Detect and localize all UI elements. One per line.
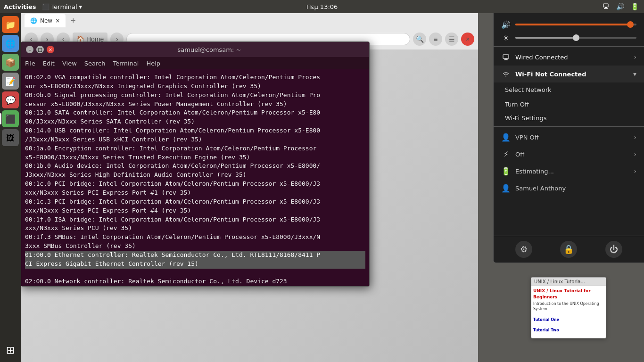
svg-rect-1 (605, 7, 607, 8)
power-button[interactable]: ⏻ (605, 241, 622, 258)
wifi-chevron-icon: ▾ (633, 70, 636, 78)
terminal-line-highlighted-2: CI Express Gigabit Ethernet Controller (… (25, 260, 365, 269)
topbar-left: Activities ⬛ Terminal ▾ (4, 3, 82, 10)
volume-slider[interactable] (515, 24, 636, 25)
vpn-label: VPN Off (515, 134, 629, 141)
thumb-line2: Tutorial One (533, 317, 604, 322)
select-network-item[interactable]: Select Network (494, 82, 644, 97)
chevron-down-icon: ▾ (79, 3, 83, 10)
menu-button[interactable]: ☰ (445, 33, 458, 46)
thumb-subtitle: Introduction to the UNIX Operating Syste… (533, 301, 604, 312)
apps-grid-icon: ⊞ (6, 344, 15, 356)
browser-icon: 🌐 (5, 39, 16, 49)
bt-chevron-icon: › (634, 150, 636, 158)
bookmark-button[interactable]: ≡ (429, 33, 442, 46)
tab-label: New (40, 17, 52, 24)
battery-icon: 🔋 (501, 166, 511, 176)
browser-tab-item[interactable]: 🌐 New × (25, 14, 66, 27)
user-row: 👤 Samuel Anthony (494, 180, 644, 197)
images-icon: 🖼 (6, 133, 15, 143)
volume-fill (515, 24, 630, 25)
dock-icon-5[interactable]: ⬛ (2, 110, 19, 127)
brightness-thumb[interactable] (573, 34, 579, 41)
bluetooth-label: Off (515, 151, 629, 158)
wifi-row[interactable]: Wi-Fi Not Connected ▾ (494, 66, 644, 82)
thumb-heading: UNIX / Linux Tutorial for Beginners (533, 288, 604, 300)
svg-rect-3 (503, 55, 509, 58)
window-controls: – □ × (26, 46, 54, 53)
dock-icon-4[interactable]: 💬 (2, 91, 19, 108)
panel-bottom-buttons: ⚙ 🔒 ⏻ (494, 236, 644, 263)
terminal-menubar: File Edit View Search Terminal Help (21, 57, 369, 69)
power-chevron-icon: › (634, 167, 636, 175)
wired-icon (501, 52, 511, 62)
wired-network-row[interactable]: Wired Connected › (494, 49, 644, 66)
dock: 📁 🌐 📦 📝 💬 ⬛ 🖼 ⊞ (0, 13, 21, 362)
divider-1 (494, 46, 644, 47)
thumbnail-preview[interactable]: UNIX / Linux Tutoria... UNIX / Linux Tut… (531, 277, 606, 338)
terminal-dock-icon: ⬛ (5, 114, 16, 124)
close-button[interactable]: × (47, 46, 54, 53)
dock-icon-2[interactable]: 📦 (2, 54, 19, 71)
power-row[interactable]: 🔋 Estimating... › (494, 163, 644, 180)
tab-close-icon[interactable]: × (55, 17, 60, 24)
terminal-line-highlighted-1: 01:00.0 Ethernet controller: Realtek Sem… (25, 251, 365, 260)
dock-icon-1[interactable]: 🌐 (2, 35, 19, 52)
terminal-content[interactable]: 00:02.0 VGA compatible controller: Intel… (21, 69, 369, 286)
volume-tray-icon[interactable]: 🔊 (615, 3, 626, 10)
bluetooth-row[interactable]: ⚡ Off › (494, 146, 644, 163)
dock-icon-0[interactable]: 📁 (2, 16, 19, 33)
browser-tab-bar: 🌐 New × + (21, 13, 478, 28)
svg-rect-5 (504, 59, 508, 60)
settings-button[interactable]: ⚙ (515, 241, 532, 258)
vpn-icon: 👤 (501, 132, 511, 142)
terminal-icon-small: ⬛ (42, 3, 50, 10)
divider-2 (494, 126, 644, 127)
volume-thumb[interactable] (627, 21, 634, 28)
dock-icon-3[interactable]: 📝 (2, 73, 19, 90)
search-button[interactable]: 🔍 (413, 33, 426, 46)
vpn-row[interactable]: 👤 VPN Off › (494, 129, 644, 146)
new-tab-button[interactable]: + (67, 15, 79, 26)
tab-favicon: 🌐 (30, 17, 37, 24)
files-icon: 📁 (5, 20, 16, 30)
edit-menu[interactable]: Edit (43, 60, 55, 67)
code-icon: 📝 (5, 76, 16, 86)
wifi-settings-item[interactable]: Wi-Fi Settings (494, 112, 644, 124)
terminal-line-0: 00:02.0 VGA compatible controller: Intel… (25, 74, 320, 249)
tray-panel: 🔊 ☀ (493, 13, 644, 263)
topbar-right: 🔊 🔋 (601, 2, 640, 11)
maximize-button[interactable]: □ (36, 46, 44, 53)
power-label: Estimating... (515, 168, 629, 175)
turn-off-item[interactable]: Turn Off (494, 97, 644, 112)
help-menu[interactable]: Help (146, 60, 160, 67)
volume-icon: 🔊 (501, 20, 511, 29)
brightness-icon: ☀ (501, 33, 511, 42)
lock-button[interactable]: 🔒 (560, 241, 577, 258)
app-menu[interactable]: ⬛ Terminal ▾ (42, 3, 82, 10)
view-menu[interactable]: View (62, 60, 77, 67)
activities-button[interactable]: Activities (4, 3, 36, 10)
thumb-line3: Tutorial Two (533, 328, 604, 333)
brightness-slider[interactable] (515, 37, 636, 39)
search-menu[interactable]: Search (84, 60, 106, 67)
terminal-window: – □ × samuel@comsam: ~ File Edit View Se… (21, 41, 370, 287)
topbar: Activities ⬛ Terminal ▾ Πεμ 13:06 🔊 🔋 (0, 0, 644, 13)
minimize-button[interactable]: – (26, 46, 33, 53)
close-window-button[interactable]: × (461, 33, 474, 46)
vpn-chevron-icon: › (634, 133, 636, 141)
dock-icon-6[interactable]: 🖼 (2, 129, 19, 146)
file-menu[interactable]: File (25, 60, 35, 67)
terminal-title: samuel@comsam: ~ (54, 46, 364, 53)
svg-rect-0 (603, 4, 608, 7)
topbar-clock[interactable]: Πεμ 13:06 (306, 3, 338, 10)
thumb-title: UNIX / Linux Tutoria... (531, 278, 606, 286)
main-area: 🌐 New × + ‹ › ‹ 🏠 Home › 🔍 ≡ ☰ × 🌐 (21, 13, 644, 362)
terminal-menu[interactable]: Terminal (113, 60, 139, 67)
wifi-icon (501, 69, 511, 79)
user-label: Samuel Anthony (515, 185, 636, 192)
volume-row: 🔊 (494, 18, 644, 31)
battery-tray-icon[interactable]: 🔋 (629, 3, 640, 10)
show-apps-button[interactable]: ⊞ (2, 341, 19, 358)
network-tray-icon[interactable] (601, 2, 611, 11)
